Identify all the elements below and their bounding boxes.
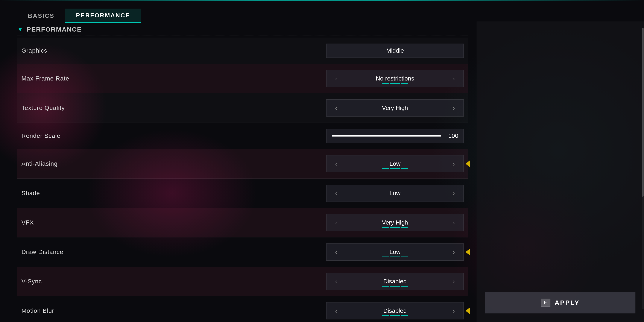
top-accent-line — [0, 0, 644, 1]
tabs-area: BASICS PERFORMANCE — [17, 8, 141, 23]
setting-row-vfx: VFX‹Very High› — [17, 208, 468, 238]
apply-key-badge: F — [541, 298, 550, 307]
scroll-bar[interactable] — [642, 28, 644, 309]
setting-label-vfx: VFX — [22, 219, 326, 226]
value-text-anti-aliasing: Low — [341, 160, 449, 167]
value-control-draw-distance: ‹Low› — [326, 244, 464, 260]
setting-label-motion-blur: Motion Blur — [22, 308, 326, 314]
apply-button-area: F APPLY — [485, 292, 636, 314]
setting-row-texture-quality: Texture Quality‹Very High› — [17, 94, 468, 123]
setting-label-draw-distance: Draw Distance — [22, 248, 326, 256]
setting-label-render-scale: Render Scale — [22, 132, 326, 139]
section-expand-icon: ▼ — [17, 26, 23, 33]
value-control-graphics: Middle — [326, 44, 464, 58]
slider-value-render-scale: 100 — [446, 132, 458, 139]
value-text-draw-distance: Low — [341, 248, 449, 256]
apply-button-label: APPLY — [555, 299, 580, 306]
setting-row-render-scale: Render Scale100 — [17, 123, 468, 149]
slider-container-render-scale: 100 — [332, 132, 458, 139]
value-control-vfx: ‹Very High› — [326, 214, 464, 231]
setting-label-max-frame-rate: Max Frame Rate — [22, 75, 326, 82]
setting-row-anti-aliasing: Anti-Aliasing‹Low› — [17, 149, 468, 178]
tab-basics[interactable]: BASICS — [17, 8, 65, 23]
arrow-right-draw-distance[interactable]: › — [449, 247, 458, 257]
setting-label-shade: Shade — [22, 190, 326, 197]
yellow-indicator-anti-aliasing — [466, 160, 470, 167]
setting-row-v-sync: V-Sync‹Disabled› — [17, 267, 468, 296]
setting-label-graphics: Graphics — [22, 47, 326, 54]
main-panel: ▼ Performance GraphicsMiddleMax Frame Ra… — [17, 22, 468, 309]
value-control-v-sync: ‹Disabled› — [326, 273, 464, 290]
setting-row-motion-blur: Motion Blur‹Disabled› — [17, 296, 468, 322]
arrow-right-v-sync[interactable]: › — [449, 276, 458, 286]
setting-label-anti-aliasing: Anti-Aliasing — [22, 160, 326, 167]
arrow-left-max-frame-rate[interactable]: ‹ — [332, 74, 341, 84]
arrow-left-anti-aliasing[interactable]: ‹ — [332, 159, 341, 169]
value-control-anti-aliasing: ‹Low› — [326, 155, 464, 172]
arrow-left-draw-distance[interactable]: ‹ — [332, 247, 341, 257]
arrow-left-vfx[interactable]: ‹ — [332, 218, 341, 228]
value-text-vfx: Very High — [341, 219, 449, 226]
value-text-texture-quality: Very High — [341, 104, 449, 112]
apply-button[interactable]: F APPLY — [485, 292, 636, 314]
value-control-render-scale: 100 — [326, 129, 464, 143]
settings-list: GraphicsMiddleMax Frame Rate‹No restrict… — [17, 38, 468, 322]
arrow-right-motion-blur[interactable]: › — [449, 306, 458, 316]
tab-performance[interactable]: PERFORMANCE — [65, 8, 141, 23]
value-text-max-frame-rate: No restrictions — [341, 75, 449, 82]
yellow-indicator-draw-distance — [466, 248, 470, 256]
arrow-left-shade[interactable]: ‹ — [332, 188, 341, 198]
setting-row-graphics: GraphicsMiddle — [17, 38, 468, 64]
value-control-shade: ‹Low› — [326, 184, 464, 202]
setting-row-draw-distance: Draw Distance‹Low› — [17, 238, 468, 267]
yellow-indicator-motion-blur — [466, 308, 470, 314]
arrow-right-vfx[interactable]: › — [449, 218, 458, 228]
slider-fill-render-scale — [332, 135, 441, 136]
value-control-texture-quality: ‹Very High› — [326, 100, 464, 116]
arrow-left-motion-blur[interactable]: ‹ — [332, 306, 341, 316]
setting-label-texture-quality: Texture Quality — [22, 104, 326, 112]
value-text-shade: Low — [341, 190, 449, 197]
arrow-right-anti-aliasing[interactable]: › — [449, 159, 458, 169]
arrow-left-v-sync[interactable]: ‹ — [332, 276, 341, 286]
value-text-motion-blur: Disabled — [341, 308, 449, 314]
section-header: ▼ Performance — [17, 22, 468, 36]
right-panel — [476, 22, 644, 322]
section-title: Performance — [26, 26, 82, 33]
setting-label-v-sync: V-Sync — [22, 278, 326, 285]
setting-row-shade: Shade‹Low› — [17, 178, 468, 208]
arrow-right-max-frame-rate[interactable]: › — [449, 74, 458, 84]
value-control-motion-blur: ‹Disabled› — [326, 302, 464, 320]
value-text-v-sync: Disabled — [341, 278, 449, 285]
arrow-right-texture-quality[interactable]: › — [449, 103, 458, 113]
value-text-graphics: Middle — [332, 47, 458, 54]
scroll-thumb — [642, 28, 644, 197]
value-control-max-frame-rate: ‹No restrictions› — [326, 70, 464, 87]
arrow-left-texture-quality[interactable]: ‹ — [332, 103, 341, 113]
setting-row-max-frame-rate: Max Frame Rate‹No restrictions› — [17, 64, 468, 94]
arrow-right-shade[interactable]: › — [449, 188, 458, 198]
slider-track-render-scale[interactable] — [332, 135, 441, 136]
